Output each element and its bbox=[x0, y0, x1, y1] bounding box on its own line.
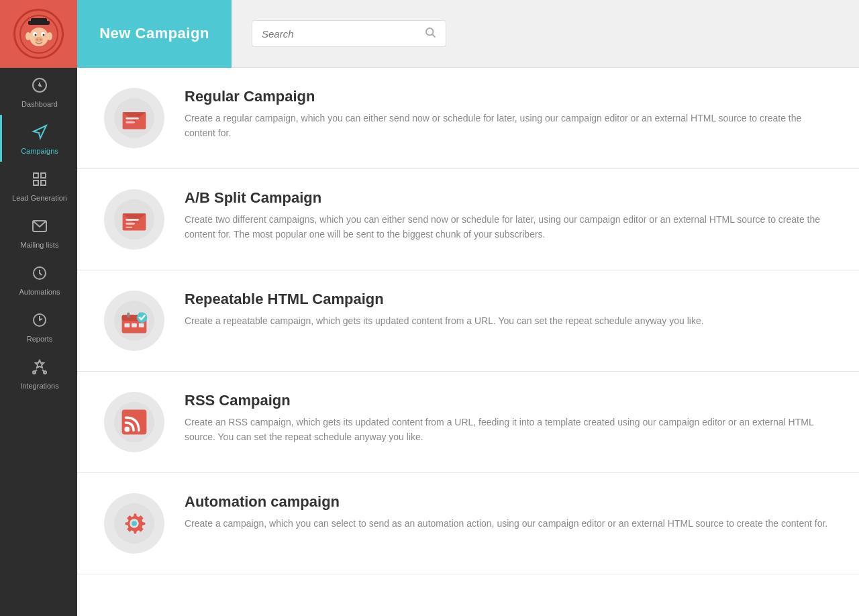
sidebar-item-label: Mailing lists bbox=[21, 241, 59, 249]
svg-point-11 bbox=[26, 32, 31, 40]
automation-campaign-icon bbox=[104, 493, 164, 554]
sidebar-item-label: Campaigns bbox=[21, 147, 58, 155]
svg-point-9 bbox=[36, 38, 38, 40]
lead-generation-icon bbox=[32, 171, 48, 191]
regular-campaign-title: Regular Campaign bbox=[185, 88, 832, 105]
regular-campaign-icon bbox=[104, 88, 164, 148]
svg-rect-39 bbox=[125, 223, 135, 225]
ab-campaign-title: A/B Split Campaign bbox=[185, 189, 832, 207]
svg-rect-33 bbox=[125, 117, 138, 119]
svg-rect-46 bbox=[124, 323, 130, 327]
automation-campaign-text: Automation campaign Create a campaign, w… bbox=[185, 493, 832, 531]
sidebar-item-dashboard[interactable]: Dashboard bbox=[0, 68, 77, 115]
header-search-area bbox=[232, 20, 859, 47]
svg-point-7 bbox=[42, 34, 44, 36]
svg-point-6 bbox=[34, 34, 36, 36]
sidebar-item-label: Automations bbox=[19, 288, 60, 296]
sidebar-item-label: Lead Generation bbox=[12, 194, 67, 202]
campaigns-icon bbox=[32, 124, 48, 144]
sidebar: Dashboard Campaigns Lead Generation bbox=[0, 0, 77, 616]
sidebar-item-lead-generation[interactable]: Lead Generation bbox=[0, 162, 77, 209]
app-logo bbox=[13, 9, 64, 59]
ab-campaign-text: A/B Split Campaign Create two different … bbox=[185, 189, 832, 242]
list-item[interactable]: Repeatable HTML Campaign Create a repeat… bbox=[77, 270, 859, 372]
svg-rect-38 bbox=[125, 219, 138, 221]
svg-rect-47 bbox=[132, 323, 137, 327]
rss-campaign-title: RSS Campaign bbox=[185, 392, 832, 409]
list-item[interactable]: RSS Campaign Create an RSS campaign, whi… bbox=[77, 372, 859, 473]
svg-point-12 bbox=[47, 32, 52, 40]
regular-campaign-desc: Create a regular campaign, which you can… bbox=[185, 111, 832, 141]
automation-campaign-title: Automation campaign bbox=[185, 493, 832, 511]
integrations-icon bbox=[32, 359, 48, 379]
list-item[interactable]: Regular Campaign Create a regular campai… bbox=[77, 68, 859, 169]
dashboard-icon bbox=[32, 77, 48, 97]
rss-campaign-desc: Create an RSS campaign, which gets its u… bbox=[185, 415, 832, 445]
list-item[interactable]: Automation campaign Create a campaign, w… bbox=[77, 473, 859, 574]
rss-campaign-text: RSS Campaign Create an RSS campaign, whi… bbox=[185, 392, 832, 445]
svg-rect-34 bbox=[125, 121, 135, 123]
header-title-area: New Campaign bbox=[77, 0, 232, 68]
svg-rect-19 bbox=[34, 181, 38, 185]
sidebar-item-label: Dashboard bbox=[21, 100, 58, 108]
sidebar-item-reports[interactable]: Reports bbox=[0, 303, 77, 350]
mailing-lists-icon bbox=[32, 218, 48, 238]
search-button[interactable] bbox=[424, 26, 436, 41]
svg-rect-48 bbox=[139, 323, 144, 327]
svg-rect-17 bbox=[34, 173, 38, 178]
sidebar-item-label: Reports bbox=[27, 335, 53, 343]
ab-campaign-desc: Create two different campaigns, which yo… bbox=[185, 212, 832, 242]
automations-icon bbox=[32, 265, 48, 285]
campaign-list: Regular Campaign Create a regular campai… bbox=[77, 68, 859, 616]
sidebar-logo[interactable] bbox=[0, 0, 77, 68]
reports-icon bbox=[32, 312, 48, 332]
sidebar-item-label: Integrations bbox=[20, 382, 58, 390]
sidebar-item-automations[interactable]: Automations bbox=[0, 256, 77, 303]
search-input[interactable] bbox=[262, 28, 424, 40]
repeatable-campaign-icon bbox=[104, 291, 164, 351]
sidebar-item-mailing-lists[interactable]: Mailing lists bbox=[0, 209, 77, 256]
list-item[interactable]: A/B Split Campaign Create two different … bbox=[77, 169, 859, 270]
svg-rect-18 bbox=[41, 173, 46, 178]
search-box bbox=[252, 20, 446, 47]
svg-point-28 bbox=[426, 28, 434, 36]
repeatable-campaign-title: Repeatable HTML Campaign bbox=[185, 291, 832, 308]
svg-line-29 bbox=[432, 34, 435, 37]
automation-campaign-desc: Create a campaign, which you can select … bbox=[185, 516, 832, 531]
main-area: New Campaign bbox=[77, 0, 859, 616]
repeatable-campaign-text: Repeatable HTML Campaign Create a repeat… bbox=[185, 291, 832, 328]
ab-campaign-icon bbox=[104, 189, 164, 250]
repeatable-campaign-desc: Create a repeatable campaign, which gets… bbox=[185, 313, 832, 328]
rss-campaign-icon bbox=[104, 392, 164, 452]
svg-rect-40 bbox=[125, 227, 132, 228]
svg-point-8 bbox=[35, 37, 43, 42]
svg-point-52 bbox=[124, 427, 130, 432]
svg-point-16 bbox=[39, 85, 40, 86]
sidebar-item-campaigns[interactable]: Campaigns bbox=[0, 115, 77, 162]
sidebar-item-integrations[interactable]: Integrations bbox=[0, 350, 77, 397]
page-header: New Campaign bbox=[77, 0, 859, 68]
svg-rect-20 bbox=[41, 181, 46, 185]
svg-point-55 bbox=[132, 521, 137, 526]
svg-rect-2 bbox=[31, 18, 47, 23]
svg-point-10 bbox=[40, 38, 41, 40]
svg-rect-44 bbox=[127, 312, 130, 317]
page-title: New Campaign bbox=[99, 25, 209, 42]
regular-campaign-text: Regular Campaign Create a regular campai… bbox=[185, 88, 832, 141]
